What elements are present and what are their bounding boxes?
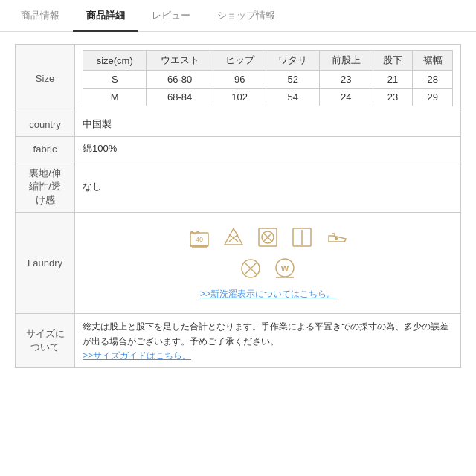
fabric-label: fabric: [16, 137, 75, 161]
tab-bar: 商品情報 商品詳細 レビュー ショップ情報: [0, 0, 476, 32]
rise-col-header: 前股上: [320, 51, 373, 71]
size-value: size(cm) ウエスト ヒップ ワタリ 前股上 股下 裾幅 S 66-80: [75, 45, 461, 112]
hip-col-header: ヒップ: [213, 51, 266, 71]
fabric-value: 綿100%: [75, 137, 461, 161]
svg-text:W: W: [281, 264, 289, 273]
wet-clean-icon: W: [273, 257, 297, 280]
size-row-s: S 66-80 96 52 23 21 28: [83, 71, 453, 89]
tab-product-info[interactable]: 商品情報: [7, 0, 73, 31]
size-note-text: 総丈は股上と股下を足した合計となります。手作業による平置きでの採寸の為、多少の誤…: [83, 319, 453, 350]
svg-point-15: [335, 238, 338, 240]
size-inner-table: size(cm) ウエスト ヒップ ワタリ 前股上 股下 裾幅 S 66-80: [83, 50, 453, 106]
lining-row: 裏地/伸 縮性/透 け感 なし: [16, 161, 461, 213]
lining-value: なし: [75, 161, 461, 213]
hip-s: 96: [213, 71, 266, 89]
country-value: 中国製: [75, 112, 461, 137]
thigh-col-header: ワタリ: [266, 51, 320, 71]
main-content: Size size(cm) ウエスト ヒップ ワタリ 前股上 股下 裾幅: [0, 32, 476, 380]
wash-40-icon: 40: [187, 225, 211, 249]
hem-m: 29: [413, 89, 453, 106]
country-label: country: [16, 112, 75, 137]
size-s: S: [83, 71, 147, 89]
svg-text:40: 40: [196, 236, 203, 243]
size-note-label: サイズに ついて: [16, 314, 75, 368]
hem-s: 28: [413, 71, 453, 89]
hip-m: 102: [213, 89, 266, 106]
laundry-icon-row-1: 40: [187, 225, 348, 249]
hem-col-header: 裾幅: [413, 51, 453, 71]
inseam-s: 21: [373, 71, 413, 89]
laundry-row: Laundry 40: [16, 213, 461, 314]
thigh-s: 52: [266, 71, 320, 89]
tab-review[interactable]: レビュー: [138, 0, 204, 31]
waist-s: 66-80: [147, 71, 213, 89]
country-row: country 中国製: [16, 112, 461, 137]
laundry-icon-row-2: W: [239, 257, 297, 280]
fabric-row: fabric 綿100%: [16, 137, 461, 161]
size-header-row: size(cm) ウエスト ヒップ ワタリ 前股上 股下 裾幅: [83, 51, 453, 71]
line-dry-icon: [290, 225, 314, 249]
waist-col-header: ウエスト: [147, 51, 213, 71]
laundry-label: Laundry: [16, 213, 75, 314]
laundry-info-link[interactable]: >>新洗濯表示についてはこちら。: [200, 288, 335, 300]
inseam-m: 23: [373, 89, 413, 106]
tab-shop-info[interactable]: ショップ情報: [204, 0, 289, 31]
no-dryclean-icon: [239, 257, 263, 280]
size-row-m: M 68-84 102 54 24 23 29: [83, 89, 453, 106]
size-note-row: サイズに ついて 総丈は股上と股下を足した合計となります。手作業による平置きでの…: [16, 314, 461, 368]
laundry-icons-container: 40: [83, 218, 453, 308]
iron-icon: [324, 225, 348, 249]
rise-s: 23: [320, 71, 373, 89]
waist-m: 68-84: [147, 89, 213, 106]
inseam-col-header: 股下: [373, 51, 413, 71]
size-note-value: 総丈は股上と股下を足した合計となります。手作業による平置きでの採寸の為、多少の誤…: [75, 314, 461, 368]
no-bleach-icon: [222, 225, 245, 249]
laundry-value: 40: [75, 213, 461, 314]
size-row: Size size(cm) ウエスト ヒップ ワタリ 前股上 股下 裾幅: [16, 45, 461, 112]
svg-marker-4: [225, 228, 242, 245]
size-m: M: [83, 89, 147, 106]
no-tumble-icon: [256, 225, 280, 249]
lining-label: 裏地/伸 縮性/透 け感: [16, 161, 75, 213]
size-guide-link[interactable]: >>サイズガイドはこちら。: [83, 350, 191, 361]
size-label: Size: [16, 45, 75, 112]
product-detail-table: Size size(cm) ウエスト ヒップ ワタリ 前股上 股下 裾幅: [15, 44, 461, 368]
rise-m: 24: [320, 89, 373, 106]
tab-product-detail[interactable]: 商品詳細: [73, 0, 138, 31]
thigh-m: 54: [266, 89, 320, 106]
size-col-header: size(cm): [83, 51, 147, 71]
